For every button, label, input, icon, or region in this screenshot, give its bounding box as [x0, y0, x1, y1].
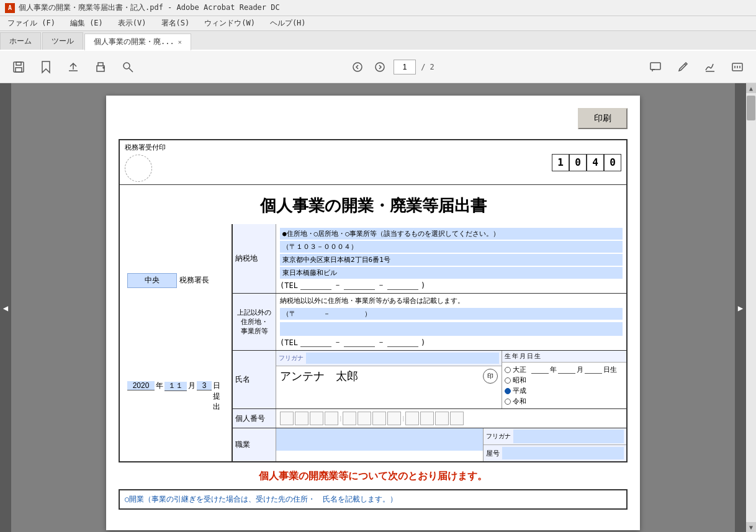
month-suffix: 月 — [188, 381, 196, 391]
num-cell-12[interactable] — [450, 412, 464, 425]
menu-edit[interactable]: 編集 (E) — [68, 17, 106, 30]
scroll-left-button[interactable]: ◀ — [0, 83, 11, 532]
num-cell-5[interactable] — [343, 412, 356, 425]
birth-day-label: 日生 — [603, 365, 617, 374]
scroll-down-button[interactable]: ▼ — [746, 522, 756, 532]
form-left: 税務署長 年 月 日提出 — [120, 224, 232, 461]
tab-tools[interactable]: ツール — [42, 32, 83, 50]
svg-point-8 — [353, 63, 362, 71]
toolbar: / 2 — [0, 51, 756, 83]
job-furigana-input[interactable] — [513, 430, 624, 443]
num-cell-8[interactable] — [387, 412, 401, 425]
job-content: フリガナ 屋号 — [276, 428, 626, 461]
page-number-input[interactable] — [394, 60, 416, 74]
job-name-input[interactable] — [502, 447, 624, 459]
individual-number-row: 個人番号 | — [233, 409, 626, 428]
print-toolbar-button[interactable] — [89, 56, 112, 78]
birth-day-input[interactable] — [585, 366, 602, 374]
showa-label: 昭和 — [513, 376, 526, 385]
scroll-up-button[interactable]: ▲ — [746, 83, 756, 93]
birth-year-input[interactable] — [531, 366, 549, 374]
num-cell-9[interactable] — [405, 412, 419, 425]
tax-office-input[interactable] — [127, 273, 177, 288]
scroll-right-button[interactable]: ▶ — [735, 83, 746, 532]
num-cell-3[interactable] — [310, 412, 323, 425]
print-button[interactable]: 印刷 — [578, 108, 628, 129]
form-num-1: 1 — [552, 154, 569, 171]
tools-button[interactable] — [726, 56, 749, 78]
tel-label: (TEL — [280, 281, 298, 290]
print-button-area: 印刷 — [119, 108, 628, 129]
pen-button[interactable] — [672, 56, 694, 78]
num-cell-1[interactable] — [280, 412, 294, 425]
tab-home[interactable]: ホーム — [0, 32, 41, 50]
day-suffix: 日提出 — [213, 381, 224, 412]
job-furigana-row: フリガナ — [484, 428, 626, 445]
address-line1: 東京都中央区東日本橋2丁目6番1号 — [280, 254, 623, 266]
form-num-2: 0 — [569, 154, 587, 171]
other-tel-sep2: － — [377, 337, 385, 348]
sign-button[interactable] — [699, 56, 721, 78]
bottom-section: ○開業（事業の引継ぎを受けた場合は、受けた先の住所・ 氏名を記載します。） — [119, 489, 628, 510]
num-cell-10[interactable] — [420, 412, 434, 425]
job-name-row: 屋号 — [484, 445, 626, 461]
tel-input-1[interactable] — [300, 281, 331, 290]
day-input[interactable] — [197, 381, 212, 390]
num-sep-1: | — [340, 416, 342, 422]
other-tel-2[interactable] — [344, 338, 375, 347]
birth-reiwa-radio[interactable]: 令和 — [505, 397, 526, 406]
search-button[interactable] — [117, 56, 139, 78]
num-cell-4[interactable] — [325, 412, 338, 425]
year-input[interactable] — [127, 381, 155, 390]
tel-end: ) — [421, 281, 425, 290]
num-cell-2[interactable] — [295, 412, 308, 425]
birth-month-input[interactable] — [558, 366, 575, 374]
form-num-3: 4 — [587, 154, 604, 171]
postal-code: （〒１０３－０００４） — [280, 241, 623, 253]
num-cell-6[interactable] — [358, 412, 371, 425]
birth-heisei-radio[interactable]: 平成 — [505, 386, 526, 395]
menu-view[interactable]: 表示(V) — [115, 17, 149, 30]
birth-taisho-radio[interactable]: 大正 — [505, 365, 526, 374]
num-cell-7[interactable] — [372, 412, 386, 425]
furigana-input[interactable] — [306, 353, 499, 364]
tel-input-3[interactable] — [387, 281, 418, 290]
num-sep-2: | — [402, 416, 405, 422]
menu-sign[interactable]: 署名(S) — [159, 17, 192, 30]
menu-help[interactable]: ヘルプ(H) — [268, 17, 308, 30]
menu-file[interactable]: ファイル (F) — [5, 17, 58, 30]
job-input[interactable] — [276, 428, 483, 451]
furigana-label: フリガナ — [279, 354, 304, 363]
tax-office-suffix: 税務署長 — [179, 275, 209, 286]
comment-button[interactable] — [644, 56, 667, 78]
num-cell-11[interactable] — [435, 412, 449, 425]
prev-page-button[interactable] — [349, 58, 366, 76]
stamp-label: 税務署受付印 — [125, 143, 166, 152]
scrollbar-right: ▲ ▼ — [746, 83, 756, 532]
bottom-radio-label[interactable]: ○開業（事業の引継ぎを受けた場合は、受けた先の住所・ 氏名を記載します。） — [125, 495, 397, 503]
svg-point-5 — [103, 67, 104, 68]
page-total: / 2 — [421, 63, 434, 71]
birth-showa-radio[interactable]: 昭和 — [505, 376, 526, 385]
scrollbar-thumb[interactable] — [747, 96, 755, 120]
next-page-button[interactable] — [371, 58, 389, 76]
menu-window[interactable]: ウィンドウ(W) — [202, 17, 258, 30]
month-input[interactable] — [164, 382, 187, 391]
tab-document[interactable]: 個人事業の開業・廃... ✕ — [84, 34, 191, 51]
year-suffix: 年 — [156, 381, 163, 391]
save-button[interactable] — [7, 56, 30, 78]
svg-line-7 — [129, 68, 133, 72]
bookmark-button[interactable] — [35, 56, 57, 78]
other-address-input — [280, 322, 623, 336]
tab-close-icon[interactable]: ✕ — [178, 38, 182, 45]
individual-cells: | | — [280, 412, 623, 425]
upload-button[interactable] — [62, 56, 84, 78]
other-address-content: 納税地以以外に住所地・事業所等がある場合は記載します。 （〒 － ） (TEL … — [276, 294, 626, 350]
tel-input-2[interactable] — [344, 281, 375, 290]
form-document: 税務署受付印 1 0 4 0 個人事業の開業・廃業等届出書 — [119, 139, 628, 462]
other-tel-end: ) — [421, 338, 425, 347]
other-tel-1[interactable] — [300, 338, 331, 347]
svg-rect-10 — [650, 63, 660, 70]
address-content: ●住所地・○居所地・○事業所等（該当するものを選択してください。） （〒１０３－… — [276, 224, 626, 293]
other-tel-3[interactable] — [387, 338, 418, 347]
